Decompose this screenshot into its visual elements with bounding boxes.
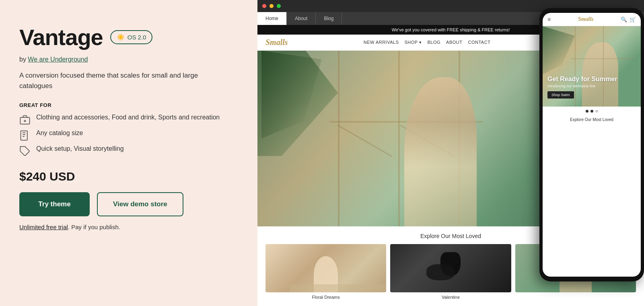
mobile-menu-icon[interactable]: ≡ <box>547 16 551 23</box>
mobile-dot-3 <box>595 110 598 113</box>
trial-rest: . Pay if you publish. <box>68 224 120 230</box>
product-name-1: Valentine <box>390 295 511 300</box>
store-logo: Smalls <box>265 38 288 47</box>
store-nav: NEW ARRIVALS SHOP ▾ BLOG ABOUT CONTACT <box>364 40 491 45</box>
mobile-hero-button[interactable]: Shop Swim <box>547 91 574 99</box>
mobile-search-icon[interactable]: 🔍 <box>621 16 627 23</box>
os-badge-label: OS 2.0 <box>128 34 146 41</box>
feature-text-1: Any catalog size <box>36 129 83 137</box>
trial-text: Unlimited free trial. Pay if you publish… <box>19 224 238 230</box>
mobile-dot-2 <box>591 110 593 113</box>
cta-row: Try theme View demo store <box>19 192 238 216</box>
tag-icon <box>19 146 31 157</box>
mobile-hero: Get Ready for Summer Introducing our swi… <box>543 26 641 107</box>
mobile-explore-title: Explore Our Most Loved <box>543 116 641 123</box>
trial-link[interactable]: Unlimited free trial <box>19 224 68 230</box>
browser-tab-about[interactable]: About <box>287 12 316 25</box>
mobile-hero-text: Get Ready for Summer Introducing our swi… <box>547 75 617 99</box>
mobile-dots <box>543 107 641 116</box>
mobile-icons: 🔍 🛒 <box>621 16 636 23</box>
mobile-hero-heading: Get Ready for Summer <box>547 75 617 83</box>
mobile-screen: ≡ Smalls 🔍 🛒 Get Ready for Sum <box>543 13 641 277</box>
browser-tab-home[interactable]: Home <box>257 12 287 25</box>
mobile-header: ≡ Smalls 🔍 🛒 <box>543 13 641 26</box>
mobile-cart-icon[interactable]: 🛒 <box>630 16 636 23</box>
theme-description: A conversion focused theme that scales f… <box>19 70 228 91</box>
left-panel: Vantage ☀️ OS 2.0 by We are Underground … <box>0 0 257 306</box>
product-name-0: Floral Dreams <box>265 295 386 300</box>
minimize-dot <box>270 4 274 8</box>
feature-text-0: Clothing and accessories, Food and drink… <box>36 114 220 121</box>
product-image-1 <box>390 244 511 292</box>
svg-rect-3 <box>21 131 27 140</box>
store-nav-item[interactable]: ABOUT <box>446 40 462 45</box>
view-demo-button[interactable]: View demo store <box>97 192 183 216</box>
theme-title: Vantage <box>19 24 103 50</box>
store-icon <box>19 114 31 125</box>
right-panel: Home About Blog We've got you covered wi… <box>257 0 644 306</box>
feature-text-2: Quick setup, Visual storytelling <box>36 145 124 152</box>
os-badge: ☀️ OS 2.0 <box>110 30 153 44</box>
mobile-dot-1 <box>586 110 588 113</box>
close-dot <box>262 4 266 8</box>
store-nav-item[interactable]: NEW ARRIVALS <box>364 40 399 45</box>
product-image-0 <box>265 244 386 292</box>
product-card: Floral Dreams <box>265 244 386 300</box>
product-card: Valentine <box>390 244 511 300</box>
feature-item: Clothing and accessories, Food and drink… <box>19 114 238 125</box>
theme-title-row: Vantage ☀️ OS 2.0 <box>19 24 238 50</box>
store-nav-item[interactable]: BLOG <box>428 40 441 45</box>
great-for-label: GREAT FOR <box>19 102 238 108</box>
store-nav-item[interactable]: CONTACT <box>468 40 491 45</box>
try-theme-button[interactable]: Try theme <box>19 192 90 216</box>
browser-tab-blog[interactable]: Blog <box>316 12 342 25</box>
price: $240 USD <box>19 170 238 183</box>
author-link[interactable]: We are Underground <box>28 56 88 63</box>
author-line: by We are Underground <box>19 56 238 63</box>
mobile-logo: Smalls <box>578 16 594 23</box>
feature-item: Quick setup, Visual storytelling <box>19 145 238 157</box>
author-prefix: by <box>19 56 26 63</box>
mobile-hero-sub: Introducing our swimwear line <box>547 84 617 88</box>
fullscreen-dot <box>277 4 281 8</box>
sun-icon: ☀️ <box>117 33 125 41</box>
mobile-mockup: ≡ Smalls 🔍 🛒 Get Ready for Sum <box>539 8 644 281</box>
store-nav-item[interactable]: SHOP ▾ <box>404 40 422 45</box>
features-list: Clothing and accessories, Food and drink… <box>19 114 238 157</box>
feature-item: Any catalog size <box>19 129 238 141</box>
book-icon <box>19 130 31 141</box>
